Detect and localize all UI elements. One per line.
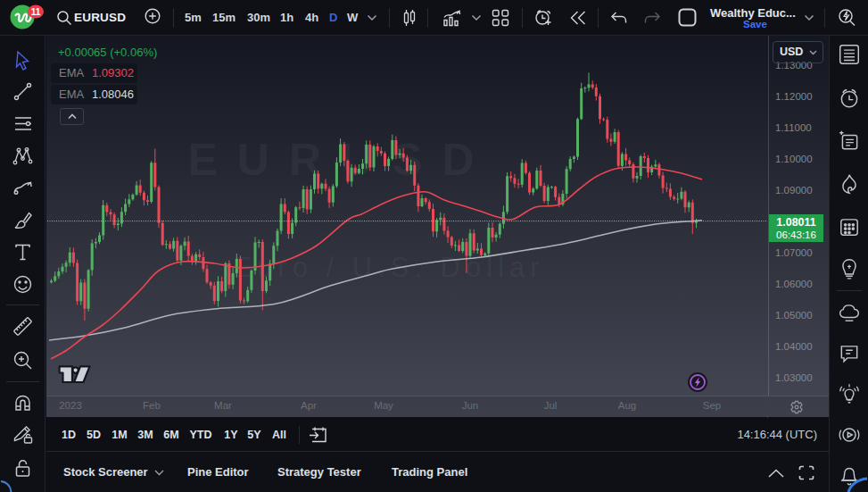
svg-text:Euro / U.S. Dollar: Euro / U.S. Dollar xyxy=(233,252,544,283)
svg-text:11: 11 xyxy=(31,7,41,17)
